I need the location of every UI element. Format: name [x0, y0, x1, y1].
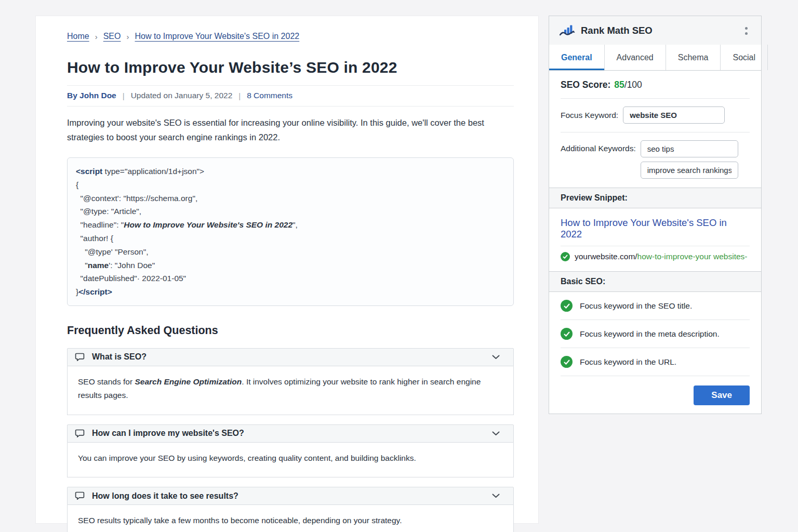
- author-link[interactable]: By John Doe: [67, 91, 116, 100]
- schema-code-block: <script type="application/1d+json">{ "@c…: [67, 157, 514, 306]
- focus-keyword-input[interactable]: [623, 107, 725, 124]
- faq-section: What is SEO?SEO stands for Search Engine…: [67, 348, 514, 532]
- preview-snippet-heading: Preview Snippet:: [549, 188, 761, 208]
- byline-separator: |: [238, 91, 241, 100]
- focus-keyword-row: Focus Keyword:: [561, 99, 750, 132]
- check-circle-icon: [561, 356, 573, 368]
- faq-heading: Frequently Asked Questions: [67, 324, 514, 337]
- code-line: <script type="application/1d+json">: [76, 165, 505, 178]
- divider: [67, 106, 514, 107]
- rank-math-panel: Rank Math SEO General Advanced Schema So…: [549, 16, 762, 414]
- basic-seo-heading: Basic SEO:: [549, 271, 761, 292]
- additional-keyword-input-2[interactable]: [641, 162, 738, 179]
- faq-question-header[interactable]: How long does it take to see results?: [67, 487, 514, 505]
- check-circle-icon: [561, 300, 573, 312]
- snippet-url-domain: yourwebsite.com/: [575, 252, 637, 261]
- check-text: Focus keyword in the URL.: [580, 357, 676, 367]
- faq-question-header[interactable]: How can I improve my website's SEO?: [67, 424, 514, 443]
- tab-schema[interactable]: Schema: [666, 45, 721, 70]
- chevron-down-icon[interactable]: [492, 431, 500, 436]
- faq-question-text: How long does it take to see results?: [92, 491, 238, 501]
- panel-header: Rank Math SEO: [549, 16, 761, 45]
- chevron-down-icon[interactable]: [492, 355, 500, 360]
- page-title: How to Improve Your Website’s SEO in 202…: [67, 59, 514, 76]
- snippet-url-slug: how-to-improve-your websites-: [637, 252, 748, 261]
- tab-advanced[interactable]: Advanced: [605, 45, 666, 70]
- save-button[interactable]: Save: [694, 385, 750, 405]
- breadcrumb-link-current[interactable]: How to Improve Your Website's SEO in 202…: [135, 32, 299, 41]
- preview-snippet: How to Improve Your Website's SEO in 202…: [549, 208, 761, 271]
- chevron-down-icon[interactable]: [492, 494, 500, 498]
- check-text: Focus keyword in the SEO title.: [580, 301, 692, 311]
- code-line: "author! {: [76, 232, 505, 245]
- tab-general[interactable]: General: [549, 45, 605, 70]
- faq-answer: You can improve your SEO by using keywor…: [67, 443, 514, 478]
- byline-separator: |: [123, 91, 125, 100]
- additional-keywords-label: Additional Keywords:: [561, 144, 636, 179]
- basic-seo-check-row: Focus keyword in the URL.: [561, 348, 750, 376]
- snippet-title-link[interactable]: How to Improve Your Website's SEO in 202…: [561, 217, 750, 246]
- check-circle-icon: [561, 328, 573, 340]
- code-line: {: [76, 178, 505, 192]
- article-byline: By John Doe | Updated on January 5, 2022…: [67, 86, 514, 106]
- code-line: "datePublished"· 2022-01-05": [76, 272, 505, 285]
- additional-keyword-input-1[interactable]: [641, 140, 738, 157]
- code-line: "@context': "https://schema.org",: [76, 192, 505, 205]
- code-line: "headline": "How to Improve Your Website…: [76, 218, 505, 232]
- comments-link[interactable]: 8 Comments: [247, 91, 292, 100]
- check-text: Focus keyword in the meta description.: [580, 329, 720, 339]
- code-line: "@type' "Person",: [76, 245, 505, 259]
- intro-paragraph: Improving your website's SEO is essentia…: [67, 115, 485, 144]
- faq-question-text: What is SEO?: [92, 352, 147, 362]
- comment-bubble-icon: [75, 491, 85, 501]
- seo-score-total: /100: [624, 79, 642, 90]
- focus-keyword-label: Focus Keyword:: [561, 111, 618, 120]
- comment-bubble-icon: [75, 429, 85, 438]
- code-line: }</script>: [76, 285, 505, 299]
- code-line: "name': "John Doe": [76, 259, 505, 272]
- basic-seo-check-row: Focus keyword in the meta description.: [561, 320, 750, 348]
- updated-date: Updated on January 5, 2022: [131, 91, 233, 100]
- save-row: Save: [549, 376, 761, 414]
- faq-item: How can I improve my website's SEO?You c…: [67, 424, 514, 478]
- seo-score-label: SEO Score:: [561, 79, 610, 90]
- url-check-icon: [561, 252, 570, 261]
- faq-question-header[interactable]: What is SEO?: [67, 348, 514, 366]
- comment-bubble-icon: [75, 352, 85, 362]
- faq-question-text: How can I improve my website's SEO?: [92, 429, 244, 438]
- breadcrumb-link-seo[interactable]: SEO: [103, 32, 121, 41]
- faq-answer: SEO results typically take a few months …: [67, 505, 514, 532]
- basic-seo-check-row: Focus keyword in the SEO title.: [561, 292, 750, 320]
- snippet-url-row: yourwebsite.com/how-to-improve-your webs…: [561, 252, 750, 261]
- seo-score-row: SEO Score:85/100: [561, 71, 750, 99]
- panel-title: Rank Math SEO: [581, 25, 653, 36]
- breadcrumb: Home › SEO › How to Improve Your Website…: [67, 32, 514, 41]
- rank-math-logo-icon: [560, 24, 575, 37]
- faq-answer: SEO stands for Search Engine Optimizatio…: [67, 366, 514, 415]
- panel-tabs: General Advanced Schema Social: [549, 45, 761, 71]
- breadcrumb-separator: ›: [95, 32, 98, 41]
- tab-social[interactable]: Social: [721, 45, 768, 70]
- kebab-menu-icon[interactable]: [742, 25, 751, 36]
- additional-keywords-row: Additional Keywords:: [561, 132, 750, 188]
- seo-score-value: 85: [614, 79, 624, 90]
- breadcrumb-link-home[interactable]: Home: [67, 32, 89, 41]
- faq-item: What is SEO?SEO stands for Search Engine…: [67, 348, 514, 415]
- article-card: Home › SEO › How to Improve Your Website…: [35, 16, 539, 524]
- faq-item: How long does it take to see results?SEO…: [67, 487, 514, 532]
- breadcrumb-separator: ›: [126, 32, 129, 41]
- code-line: "@type: "Article",: [76, 205, 505, 218]
